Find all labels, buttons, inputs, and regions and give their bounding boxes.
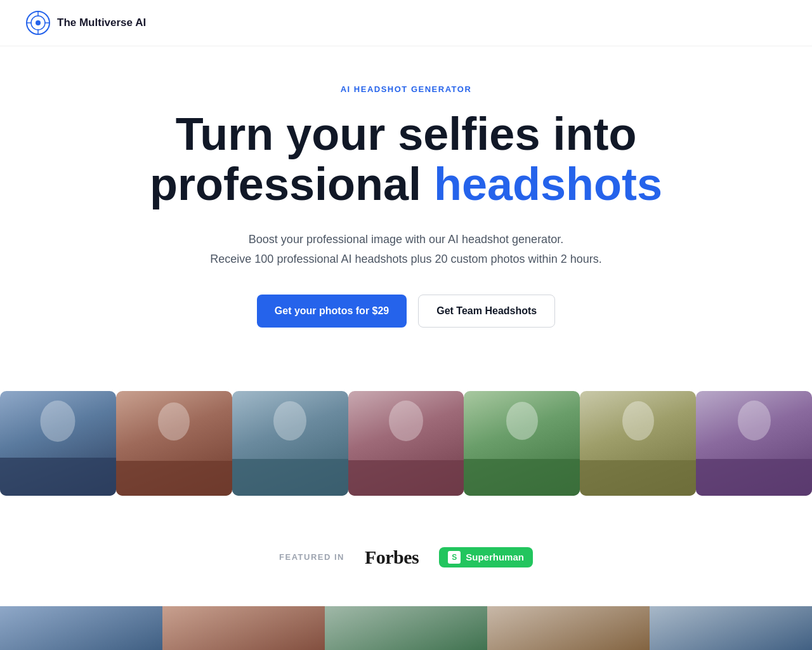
photo-strip — [0, 391, 812, 496]
bottom-photo-strip — [0, 606, 812, 650]
hero-badge: AI HEADSHOT GENERATOR — [25, 84, 787, 94]
hero-section: AI HEADSHOT GENERATOR Turn your selfies … — [0, 46, 812, 391]
hero-subtitle: Boost your professional image with our A… — [25, 230, 787, 269]
photo-item-3 — [232, 391, 348, 496]
featured-section: FEATURED IN Forbes S Superhuman — [0, 534, 812, 606]
bottom-thumb-2 — [162, 606, 325, 650]
hero-title-highlight: headshots — [434, 159, 662, 209]
headshot-photo-7 — [696, 391, 812, 496]
headshot-photo-1 — [0, 391, 116, 496]
superhuman-label: Superhuman — [466, 552, 524, 562]
featured-label: FEATURED IN — [279, 552, 344, 562]
bottom-thumb-5 — [650, 606, 812, 650]
cta-buttons: Get your photos for $29 Get Team Headsho… — [25, 295, 787, 328]
site-header: The Multiverse AI — [0, 0, 812, 46]
logo[interactable]: The Multiverse AI — [25, 10, 146, 36]
photo-item-4 — [348, 391, 464, 496]
photo-item-2 — [116, 391, 232, 496]
bottom-thumb-4 — [487, 606, 650, 650]
hero-subtitle-line1: Boost your professional image with our A… — [249, 233, 563, 246]
hero-title-line2: professional — [150, 159, 434, 209]
photo-item-1 — [0, 391, 116, 496]
photo-item-7 — [696, 391, 812, 496]
headshot-photo-4 — [348, 391, 464, 496]
hero-subtitle-line2: Receive 100 professional AI headshots pl… — [210, 253, 601, 265]
primary-cta-button[interactable]: Get your photos for $29 — [257, 295, 407, 328]
photo-item-6 — [580, 391, 696, 496]
headshot-photo-2 — [116, 391, 232, 496]
bottom-thumb-3 — [325, 606, 487, 650]
svg-point-2 — [36, 20, 41, 25]
team-headshots-button[interactable]: Get Team Headshots — [418, 295, 555, 328]
logo-icon — [25, 10, 51, 36]
headshot-photo-5 — [464, 391, 580, 496]
headshot-photo-6 — [580, 391, 696, 496]
superhuman-badge: S Superhuman — [439, 547, 533, 567]
headshot-photo-3 — [232, 391, 348, 496]
forbes-logo: Forbes — [365, 547, 419, 568]
hero-title-line1: Turn your selfies into — [176, 109, 637, 159]
hero-title: Turn your selfies into professional head… — [121, 109, 691, 209]
photo-item-5 — [464, 391, 580, 496]
logo-text: The Multiverse AI — [57, 17, 146, 29]
superhuman-icon: S — [448, 551, 461, 564]
bottom-thumb-1 — [0, 606, 162, 650]
